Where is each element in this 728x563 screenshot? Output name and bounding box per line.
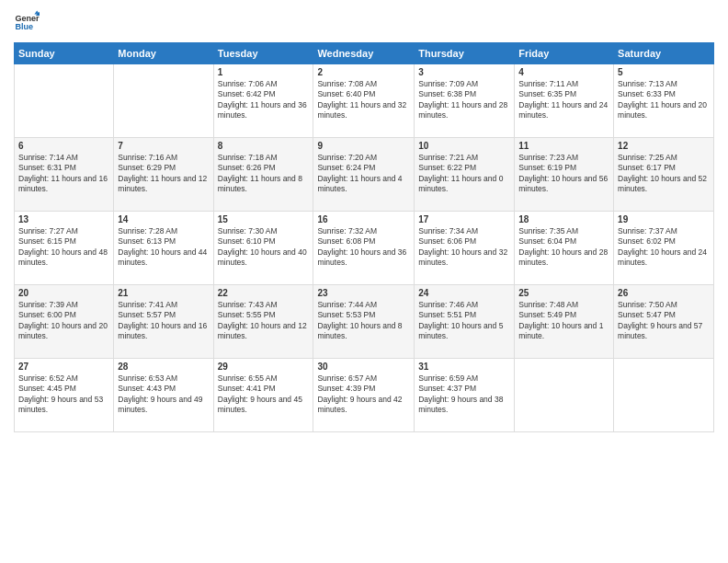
calendar-cell: 9Sunrise: 7:20 AMSunset: 6:24 PMDaylight… (313, 138, 415, 212)
svg-text:Blue: Blue (15, 22, 33, 31)
day-info: Sunrise: 7:37 AMSunset: 6:02 PMDaylight:… (618, 226, 710, 269)
calendar-cell: 7Sunrise: 7:16 AMSunset: 6:29 PMDaylight… (114, 138, 213, 212)
day-info: Sunrise: 7:13 AMSunset: 6:33 PMDaylight:… (618, 79, 710, 121)
calendar-table: SundayMondayTuesdayWednesdayThursdayFrid… (14, 42, 714, 432)
day-number: 10 (418, 141, 510, 151)
calendar-cell: 13Sunrise: 7:27 AMSunset: 6:15 PMDayligh… (15, 212, 114, 285)
calendar-cell: 23Sunrise: 7:44 AMSunset: 5:53 PMDayligh… (313, 285, 415, 359)
weekday-header-thursday: Thursday (415, 43, 515, 64)
day-number: 20 (18, 288, 109, 298)
calendar-cell: 10Sunrise: 7:21 AMSunset: 6:22 PMDayligh… (415, 138, 515, 212)
day-number: 11 (518, 141, 609, 151)
day-info: Sunrise: 7:41 AMSunset: 5:57 PMDaylight:… (118, 300, 209, 342)
day-info: Sunrise: 7:18 AMSunset: 6:26 PMDaylight:… (218, 153, 310, 195)
day-number: 25 (518, 288, 609, 298)
day-number: 17 (418, 214, 510, 224)
day-number: 6 (18, 141, 109, 151)
calendar-cell: 5Sunrise: 7:13 AMSunset: 6:33 PMDaylight… (614, 64, 714, 138)
day-number: 24 (418, 288, 510, 298)
calendar-week-3: 13Sunrise: 7:27 AMSunset: 6:15 PMDayligh… (15, 212, 714, 285)
day-number: 28 (118, 362, 209, 372)
day-number: 8 (218, 141, 310, 151)
day-info: Sunrise: 7:44 AMSunset: 5:53 PMDaylight:… (317, 300, 410, 342)
calendar-cell: 24Sunrise: 7:46 AMSunset: 5:51 PMDayligh… (415, 285, 515, 359)
day-info: Sunrise: 7:48 AMSunset: 5:49 PMDaylight:… (518, 300, 609, 342)
calendar-week-2: 6Sunrise: 7:14 AMSunset: 6:31 PMDaylight… (15, 138, 714, 212)
calendar-cell: 25Sunrise: 7:48 AMSunset: 5:49 PMDayligh… (515, 285, 614, 359)
calendar-cell: 31Sunrise: 6:59 AMSunset: 4:37 PMDayligh… (415, 359, 515, 432)
calendar-cell: 28Sunrise: 6:53 AMSunset: 4:43 PMDayligh… (114, 359, 213, 432)
day-info: Sunrise: 7:20 AMSunset: 6:24 PMDaylight:… (317, 153, 410, 195)
day-info: Sunrise: 7:28 AMSunset: 6:13 PMDaylight:… (118, 226, 209, 269)
calendar-cell: 18Sunrise: 7:35 AMSunset: 6:04 PMDayligh… (515, 212, 614, 285)
calendar-cell: 29Sunrise: 6:55 AMSunset: 4:41 PMDayligh… (213, 359, 313, 432)
day-number: 9 (317, 141, 410, 151)
calendar-week-5: 27Sunrise: 6:52 AMSunset: 4:45 PMDayligh… (15, 359, 714, 432)
calendar-cell: 14Sunrise: 7:28 AMSunset: 6:13 PMDayligh… (114, 212, 213, 285)
weekday-header-sunday: Sunday (15, 43, 114, 64)
calendar-cell: 21Sunrise: 7:41 AMSunset: 5:57 PMDayligh… (114, 285, 213, 359)
day-info: Sunrise: 7:21 AMSunset: 6:22 PMDaylight:… (418, 153, 510, 195)
day-info: Sunrise: 7:27 AMSunset: 6:15 PMDaylight:… (18, 226, 109, 269)
calendar-cell: 26Sunrise: 7:50 AMSunset: 5:47 PMDayligh… (614, 285, 714, 359)
day-info: Sunrise: 6:55 AMSunset: 4:41 PMDaylight:… (218, 373, 310, 416)
weekday-header-wednesday: Wednesday (313, 43, 415, 64)
day-number: 13 (18, 214, 109, 224)
calendar-cell: 27Sunrise: 6:52 AMSunset: 4:45 PMDayligh… (15, 359, 114, 432)
day-info: Sunrise: 7:43 AMSunset: 5:55 PMDaylight:… (218, 300, 310, 342)
logo: General Blue (14, 9, 40, 35)
day-number: 23 (317, 288, 410, 298)
day-info: Sunrise: 7:09 AMSunset: 6:38 PMDaylight:… (418, 79, 510, 121)
calendar-cell: 30Sunrise: 6:57 AMSunset: 4:39 PMDayligh… (313, 359, 415, 432)
day-number: 12 (618, 141, 710, 151)
day-info: Sunrise: 7:30 AMSunset: 6:10 PMDaylight:… (218, 226, 310, 269)
logo-icon: General Blue (14, 9, 40, 35)
day-info: Sunrise: 7:16 AMSunset: 6:29 PMDaylight:… (118, 153, 209, 195)
calendar-cell: 6Sunrise: 7:14 AMSunset: 6:31 PMDaylight… (15, 138, 114, 212)
calendar-cell: 17Sunrise: 7:34 AMSunset: 6:06 PMDayligh… (415, 212, 515, 285)
calendar-cell (614, 359, 714, 432)
calendar-cell (515, 359, 614, 432)
day-number: 1 (218, 67, 310, 77)
calendar-week-1: 1Sunrise: 7:06 AMSunset: 6:42 PMDaylight… (15, 64, 714, 138)
calendar-cell: 3Sunrise: 7:09 AMSunset: 6:38 PMDaylight… (415, 64, 515, 138)
day-info: Sunrise: 7:14 AMSunset: 6:31 PMDaylight:… (18, 153, 109, 195)
weekday-header-monday: Monday (114, 43, 213, 64)
weekday-header-row: SundayMondayTuesdayWednesdayThursdayFrid… (15, 43, 714, 64)
calendar-cell: 11Sunrise: 7:23 AMSunset: 6:19 PMDayligh… (515, 138, 614, 212)
calendar-cell: 22Sunrise: 7:43 AMSunset: 5:55 PMDayligh… (213, 285, 313, 359)
calendar-cell: 4Sunrise: 7:11 AMSunset: 6:35 PMDaylight… (515, 64, 614, 138)
day-number: 16 (317, 214, 410, 224)
day-info: Sunrise: 7:23 AMSunset: 6:19 PMDaylight:… (518, 153, 609, 195)
day-number: 27 (18, 362, 109, 372)
day-number: 29 (218, 362, 310, 372)
calendar-cell (15, 64, 114, 138)
calendar-page: General Blue SundayMondayTuesdayWednesda… (0, 0, 728, 563)
calendar-cell: 1Sunrise: 7:06 AMSunset: 6:42 PMDaylight… (213, 64, 313, 138)
day-number: 26 (618, 288, 710, 298)
page-header: General Blue (14, 9, 714, 35)
day-info: Sunrise: 7:39 AMSunset: 6:00 PMDaylight:… (18, 300, 109, 342)
day-info: Sunrise: 6:53 AMSunset: 4:43 PMDaylight:… (118, 373, 209, 416)
day-number: 18 (518, 214, 609, 224)
calendar-cell: 12Sunrise: 7:25 AMSunset: 6:17 PMDayligh… (614, 138, 714, 212)
day-number: 4 (518, 67, 609, 77)
day-number: 15 (218, 214, 310, 224)
calendar-cell: 19Sunrise: 7:37 AMSunset: 6:02 PMDayligh… (614, 212, 714, 285)
day-info: Sunrise: 6:57 AMSunset: 4:39 PMDaylight:… (317, 373, 410, 416)
day-info: Sunrise: 7:11 AMSunset: 6:35 PMDaylight:… (518, 79, 609, 121)
day-number: 21 (118, 288, 209, 298)
day-info: Sunrise: 7:35 AMSunset: 6:04 PMDaylight:… (518, 226, 609, 269)
day-number: 3 (418, 67, 510, 77)
weekday-header-saturday: Saturday (614, 43, 714, 64)
day-info: Sunrise: 7:25 AMSunset: 6:17 PMDaylight:… (618, 153, 710, 195)
day-info: Sunrise: 7:50 AMSunset: 5:47 PMDaylight:… (618, 300, 710, 342)
day-number: 2 (317, 67, 410, 77)
day-number: 22 (218, 288, 310, 298)
calendar-cell: 20Sunrise: 7:39 AMSunset: 6:00 PMDayligh… (15, 285, 114, 359)
weekday-header-friday: Friday (515, 43, 614, 64)
calendar-week-4: 20Sunrise: 7:39 AMSunset: 6:00 PMDayligh… (15, 285, 714, 359)
day-number: 7 (118, 141, 209, 151)
calendar-cell: 16Sunrise: 7:32 AMSunset: 6:08 PMDayligh… (313, 212, 415, 285)
weekday-header-tuesday: Tuesday (213, 43, 313, 64)
